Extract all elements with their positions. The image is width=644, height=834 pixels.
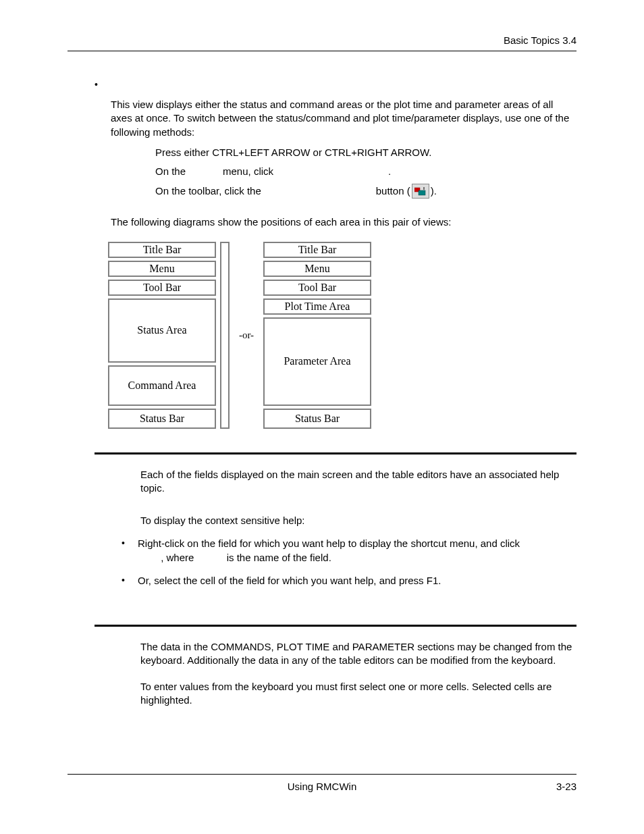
instr-text: Press either CTRL+LEFT ARROW or CTRL+RIG… [155, 146, 432, 159]
bullet-marker: • [122, 537, 138, 565]
diagram-box-menu: Menu [263, 261, 371, 277]
diagram-box-tool: Tool Bar [263, 280, 371, 296]
diagram-or-separator: -or- [230, 242, 263, 429]
instr-text: ). [431, 184, 437, 198]
page-header: Basic Topics 3.4 [68, 34, 576, 51]
svg-rect-1 [419, 190, 425, 195]
main-content: • This view displays either the status a… [68, 78, 576, 707]
text: is the name of the field. [227, 552, 331, 563]
diagram-side-border [220, 242, 230, 429]
diagram-box-command-area: Command Area [108, 365, 216, 406]
text: Right-click on the field for which you w… [138, 538, 520, 549]
bullet-item: • [95, 78, 576, 91]
instr-text: . [388, 165, 391, 178]
header-right-text: Basic Topics 3.4 [504, 34, 576, 46]
paragraph: To display the context sensitive help: [140, 514, 576, 527]
paragraph: This view displays either the status and… [111, 98, 576, 139]
section-divider [95, 625, 576, 627]
paragraph: The following diagrams show the position… [111, 215, 576, 229]
bullet-text: Right-click on the field for which you w… [138, 537, 576, 565]
diagram-box-menu: Menu [108, 261, 216, 277]
paragraph: Each of the fields displayed on the main… [140, 468, 576, 496]
section-divider [95, 452, 576, 454]
footer-page-number: 3-23 [522, 780, 576, 793]
diagram-box-title: Title Bar [263, 242, 371, 258]
bullet-text: Or, select the cell of the field for whi… [138, 574, 576, 588]
diagram-box-status-area: Status Area [108, 298, 216, 363]
bullet-item: • Or, select the cell of the field for w… [122, 574, 576, 588]
toolbar-toggle-icon [412, 184, 429, 199]
bullet-marker: • [95, 78, 111, 91]
footer-left [68, 780, 122, 793]
diagram-box-statusbar: Status Bar [108, 409, 216, 429]
page-footer: Using RMCWin 3-23 [68, 774, 576, 793]
diagram-box-plottime: Plot Time Area [263, 298, 371, 315]
paragraph: To enter values from the keyboard you mu… [140, 680, 576, 708]
diagram-right-column: Title Bar Menu Tool Bar Plot Time Area P… [263, 242, 371, 429]
diagram-box-parameter-area: Parameter Area [263, 317, 371, 406]
bullet-text-empty [111, 78, 576, 91]
diagram-box-statusbar: Status Bar [263, 409, 371, 429]
text: , where [161, 552, 196, 563]
layout-diagram: Title Bar Menu Tool Bar Status Area Comm… [108, 242, 576, 429]
section-3: The data in the COMMANDS, PLOT TIME and … [140, 640, 576, 707]
sub-instruction-1: Press either CTRL+LEFT ARROW or CTRL+RIG… [155, 146, 576, 159]
diagram-left-column: Title Bar Menu Tool Bar Status Area Comm… [108, 242, 216, 429]
sub-instruction-2: On the menu, click . [155, 165, 576, 178]
paragraph: The data in the COMMANDS, PLOT TIME and … [140, 640, 576, 668]
instr-text: menu, click [223, 165, 273, 178]
bullet-marker: • [122, 574, 138, 588]
or-text: -or- [239, 328, 254, 342]
instr-text: On the toolbar, click the [155, 184, 261, 198]
instr-text: On the [155, 165, 186, 178]
section-2: Each of the fields displayed on the main… [140, 468, 576, 528]
instr-text: button ( [376, 184, 410, 198]
diagram-box-tool: Tool Bar [108, 280, 216, 296]
bullet-item: • Right-click on the field for which you… [122, 537, 576, 565]
page-container: Basic Topics 3.4 • This view displays ei… [0, 0, 644, 834]
footer-center: Using RMCWin [122, 780, 522, 793]
diagram-box-title: Title Bar [108, 242, 216, 258]
sub-instruction-3: On the toolbar, click the button ( ). [155, 184, 576, 199]
